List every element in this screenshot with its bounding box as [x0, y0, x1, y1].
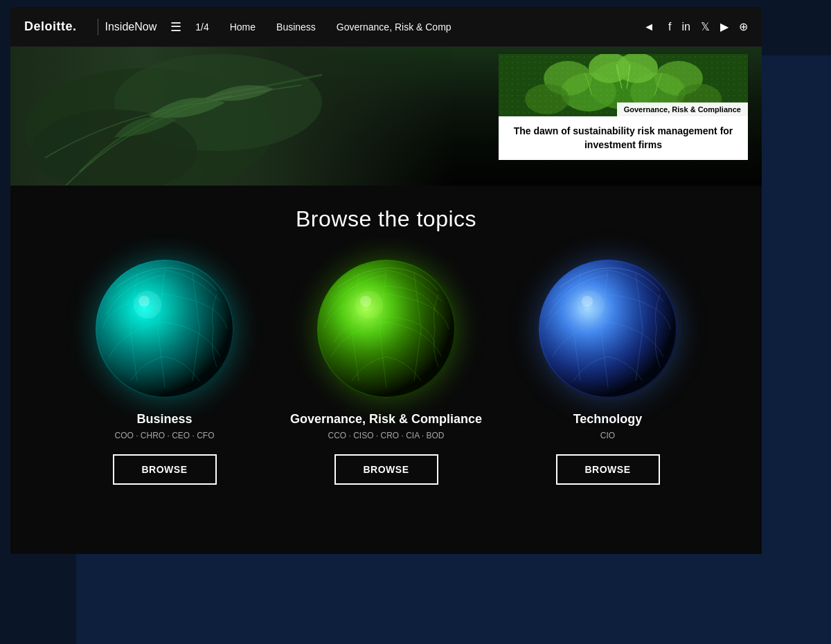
globe-icon[interactable]: ⊕: [739, 20, 748, 33]
nav-grc-link[interactable]: Governance, Risk & Comp: [337, 21, 452, 33]
topic-card-technology: Technology CIO Browse: [511, 260, 705, 485]
svg-point-26: [582, 296, 593, 307]
nav-home-link[interactable]: Home: [230, 21, 256, 33]
topic-orb-business: [96, 260, 234, 398]
nav-counter: 1/4: [195, 21, 208, 33]
technology-topic-name: Technology: [573, 412, 643, 427]
business-browse-button[interactable]: Browse: [113, 454, 217, 485]
business-topic-name: Business: [136, 412, 192, 427]
browse-section: Browse the topics: [10, 193, 762, 499]
topics-grid: Business COO · CHRO · CEO · CFO Browse: [10, 260, 762, 485]
nav-business-link[interactable]: Business: [276, 21, 316, 33]
plant-illustration: [10, 47, 454, 186]
topic-card-grc: Governance, Risk & Compliance CCO · CISO…: [289, 260, 483, 485]
topic-orb-technology: [539, 260, 677, 398]
featured-card[interactable]: Governance, Risk & Compliance The dawn o…: [499, 54, 748, 160]
svg-point-20: [319, 261, 454, 397]
svg-point-18: [138, 296, 150, 307]
browse-heading: Browse the topics: [10, 206, 762, 232]
technology-topic-roles: CIO: [600, 431, 615, 440]
facebook-icon[interactable]: f: [668, 21, 671, 33]
linkedin-icon[interactable]: in: [682, 21, 690, 33]
grc-topic-name: Governance, Risk & Compliance: [290, 412, 482, 427]
tech-orb-svg: [539, 260, 677, 398]
grc-orb-svg: [317, 260, 456, 398]
svg-point-22: [360, 296, 371, 307]
youtube-icon[interactable]: ▶: [720, 20, 729, 33]
content-area: Software vendor 2.0: the age of SaaS...: [10, 47, 762, 554]
featured-card-image: Governance, Risk & Compliance: [499, 54, 748, 116]
logo-area: Deloitte.: [24, 19, 77, 34]
nav-separator-1: [98, 19, 98, 35]
plant-background-left: [10, 47, 454, 186]
topic-orb-grc: [317, 260, 456, 398]
insidenow-brand: InsideNow: [105, 21, 157, 33]
grc-browse-button[interactable]: Browse: [334, 454, 438, 485]
topic-card-business: Business COO · CHRO · CEO · CFO Browse: [68, 260, 262, 485]
business-orb-svg: [96, 260, 234, 398]
featured-card-tag: Governance, Risk & Compliance: [617, 102, 748, 116]
technology-browse-button[interactable]: Browse: [556, 454, 660, 485]
hamburger-menu-icon[interactable]: ☰: [170, 19, 181, 35]
svg-point-24: [540, 261, 676, 397]
navbar: Deloitte. InsideNow ☰ 1/4 Home Business …: [10, 7, 762, 47]
main-window: Deloitte. InsideNow ☰ 1/4 Home Business …: [10, 7, 762, 554]
audio-icon[interactable]: ◄: [643, 21, 654, 33]
grc-topic-roles: CCO · CISO · CRO · CIA · BOD: [328, 431, 444, 440]
social-icons: f in 𝕏 ▶ ⊕: [668, 20, 748, 33]
deloitte-logo: Deloitte.: [24, 19, 77, 34]
svg-point-16: [97, 261, 233, 397]
twitter-icon[interactable]: 𝕏: [701, 20, 710, 33]
business-topic-roles: COO · CHRO · CEO · CFO: [114, 431, 214, 440]
featured-card-title: The dawn of sustainability risk manageme…: [499, 116, 748, 160]
